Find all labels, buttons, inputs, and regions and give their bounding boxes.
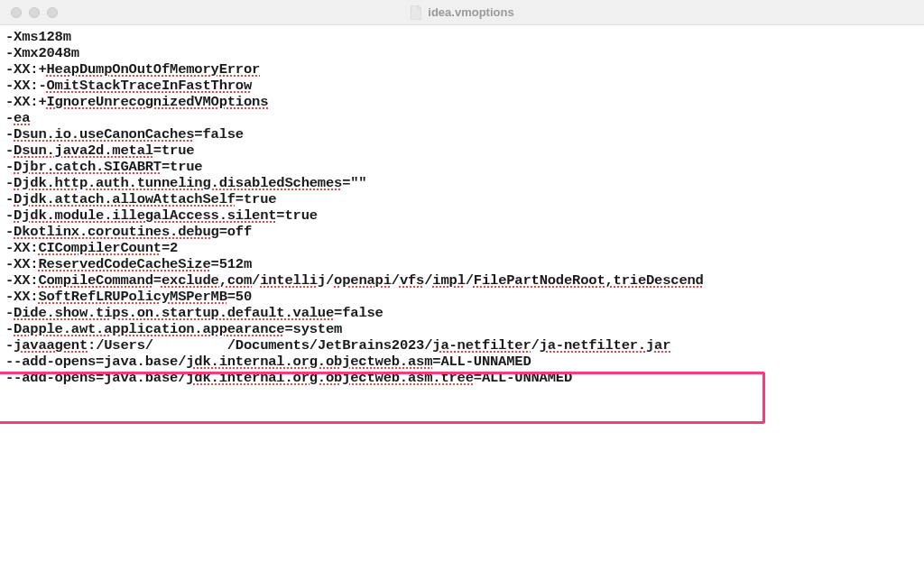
spellcheck-segment: Dkotlinx.coroutines.debug <box>14 224 219 240</box>
spellcheck-segment: jdk.internal.org.objectweb.asm.tree <box>186 370 474 386</box>
editor-line[interactable]: -XX:+IgnoreUnrecognizedVMOptions <box>5 94 919 110</box>
text-editor[interactable]: -Xms128m-Xmx2048m-XX:+HeapDumpOnOutOfMem… <box>0 25 924 390</box>
editor-line[interactable]: -Djdk.module.illegalAccess.silent=true <box>5 207 919 224</box>
spellcheck-segment: ReservedCodeCacheSize <box>38 256 210 272</box>
text-segment: -XX:+ <box>5 61 47 78</box>
text-segment: -XX: <box>5 272 38 289</box>
editor-line[interactable]: -XX:CompileCommand=exclude,com/intellij/… <box>5 272 919 289</box>
text-segment: =2 <box>162 240 178 256</box>
editor-line[interactable]: -Xmx2048m <box>5 45 919 61</box>
editor-line[interactable]: -Dkotlinx.coroutines.debug=off <box>5 224 919 240</box>
editor-line[interactable]: -XX:CICompilerCount=2 <box>5 240 919 256</box>
spellcheck-segment: Dsun.java2d.metal <box>14 143 153 159</box>
editor-line[interactable]: -Dide.show.tips.on.startup.default.value… <box>5 305 919 321</box>
text-segment: -XX:+ <box>5 94 47 110</box>
editor-line[interactable]: --add-opens=java.base/jdk.internal.org.o… <box>5 370 919 386</box>
spellcheck-segment: Dsun.io.useCanonCaches <box>14 126 194 143</box>
text-segment: -XX: <box>5 256 38 272</box>
text-segment: =50 <box>227 289 252 305</box>
editor-line[interactable]: -XX:ReservedCodeCacheSize=512m <box>5 256 919 272</box>
spellcheck-segment: vfs <box>400 272 424 289</box>
spellcheck-segment: jdk.internal.org.objectweb.asm <box>186 354 432 370</box>
editor-line[interactable]: -XX:-OmitStackTraceInFastThrow <box>5 78 919 94</box>
text-segment: - <box>5 207 14 224</box>
editor-line[interactable]: -Dsun.io.useCanonCaches=false <box>5 126 919 143</box>
text-segment: =true <box>236 191 277 207</box>
text-segment: - <box>5 175 14 191</box>
text-segment: =system <box>284 321 342 337</box>
text-segment: - <box>5 191 14 207</box>
text-segment: -XX: <box>5 289 38 305</box>
text-segment: -XX: <box>5 240 38 256</box>
editor-line[interactable]: -Djdk.http.auth.tunneling.disabledScheme… <box>5 175 919 191</box>
window-title: idea.vmoptions <box>410 5 513 20</box>
text-segment: / <box>424 272 432 289</box>
editor-line[interactable]: --add-opens=java.base/jdk.internal.org.o… <box>5 354 919 370</box>
spellcheck-segment: CompileCommand <box>38 272 152 289</box>
text-segment: - <box>5 143 14 159</box>
text-segment: / <box>466 272 474 289</box>
spellcheck-segment: javaagent <box>14 337 88 354</box>
maximize-button[interactable] <box>47 7 58 18</box>
spellcheck-segment: ea <box>14 110 30 126</box>
text-segment: - <box>5 305 14 321</box>
text-segment: / <box>392 272 400 289</box>
text-segment: =true <box>276 207 318 224</box>
window-titlebar: idea.vmoptions <box>0 0 924 25</box>
spellcheck-segment: ja-netfilter.jar <box>540 337 671 354</box>
editor-line[interactable]: -Xms128m <box>5 29 919 45</box>
spellcheck-segment: OmitStackTraceInFastThrow <box>47 78 253 94</box>
text-segment: - <box>5 224 14 240</box>
spellcheck-segment: Djbr.catch.SIGABRT <box>14 159 162 175</box>
text-segment: = <box>153 272 162 289</box>
text-segment: =false <box>194 126 244 143</box>
text-segment: =true <box>153 143 195 159</box>
spellcheck-segment: IgnoreUnrecognizedVMOptions <box>47 94 269 110</box>
text-segment: -Xms128m <box>5 29 71 45</box>
spellcheck-segment: HeapDumpOnOutOfMemoryError <box>47 61 261 78</box>
editor-line[interactable]: -XX:SoftRefLRUPolicyMSPerMB=50 <box>5 289 919 305</box>
window-title-text: idea.vmoptions <box>428 5 513 19</box>
text-segment: -XX:- <box>5 78 47 94</box>
editor-line[interactable]: -Dapple.awt.application.appearance=syste… <box>5 321 919 337</box>
text-segment: --add-opens=java.base/ <box>5 354 186 370</box>
spellcheck-segment: Djdk.attach.allowAttachSelf <box>14 191 236 207</box>
spellcheck-segment: ja-netfilter <box>432 337 531 354</box>
spellcheck-segment: Djdk.module.illegalAccess.silent <box>14 207 276 224</box>
spellcheck-segment: CICompilerCount <box>38 240 162 256</box>
window-controls <box>0 7 58 18</box>
text-segment: =ALL-UNNAMED <box>432 354 531 370</box>
text-segment: -Xmx2048m <box>5 45 79 61</box>
editor-line[interactable]: -ea <box>5 110 919 126</box>
spellcheck-segment: Dapple.awt.application.appearance <box>14 321 284 337</box>
text-segment: =off <box>219 224 252 240</box>
text-segment: =false <box>334 305 383 321</box>
spellcheck-segment: SoftRefLRUPolicyMSPerMB <box>38 289 226 305</box>
editor-line[interactable]: -javaagent:/Users/ /Documents/JetBrains2… <box>5 337 919 354</box>
text-segment: --add-opens=java.base/ <box>5 370 186 386</box>
text-segment: /Documents/JetBrains2023/ <box>227 337 433 354</box>
text-segment: - <box>5 126 14 143</box>
redacted-segment <box>153 337 227 354</box>
text-segment: / <box>252 272 260 289</box>
spellcheck-segment: FilePartNodeRoot,trieDescend <box>474 272 704 289</box>
editor-line[interactable]: -Djbr.catch.SIGABRT=true <box>5 159 919 175</box>
minimize-button[interactable] <box>29 7 40 18</box>
text-segment: - <box>5 110 14 126</box>
spellcheck-segment: exclude,com <box>162 272 252 289</box>
editor-line[interactable]: -Dsun.java2d.metal=true <box>5 143 919 159</box>
text-segment: =true <box>162 159 203 175</box>
text-segment: / <box>531 337 540 354</box>
document-icon <box>410 5 422 20</box>
spellcheck-segment: impl <box>432 272 465 289</box>
spellcheck-segment: openapi <box>334 272 392 289</box>
text-segment: =512m <box>211 256 253 272</box>
editor-line[interactable]: -Djdk.attach.allowAttachSelf=true <box>5 191 919 207</box>
close-button[interactable] <box>11 7 22 18</box>
editor-line[interactable]: -XX:+HeapDumpOnOutOfMemoryError <box>5 61 919 78</box>
text-segment: / <box>326 272 334 289</box>
text-segment: =ALL-UNNAMED <box>474 370 572 386</box>
text-segment: ="" <box>342 175 366 191</box>
spellcheck-segment: intellij <box>260 272 326 289</box>
text-segment: - <box>5 159 14 175</box>
